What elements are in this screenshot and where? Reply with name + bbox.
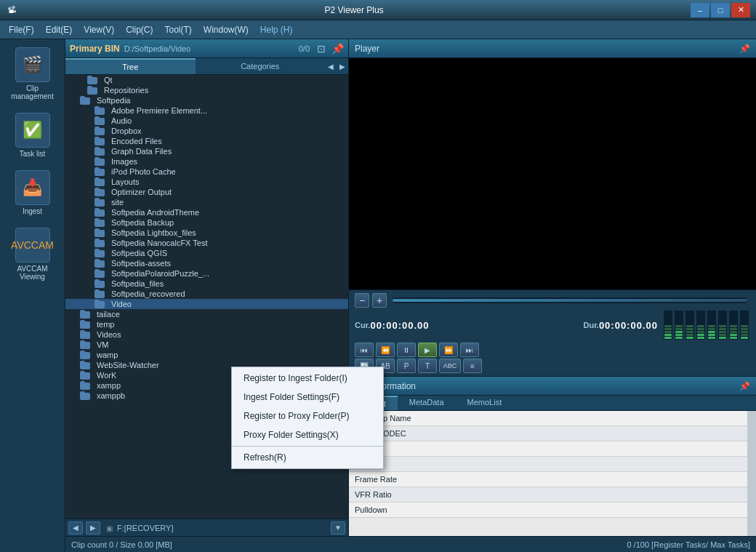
tree-item[interactable]: Video — [65, 299, 348, 309]
tree-item-label: Softpedia Backup — [111, 218, 174, 227]
close-button[interactable]: ✕ — [731, 3, 750, 17]
tree-footer: ◀ ▶ ▣ F:[RECOVERY] ▼ — [65, 519, 348, 536]
tree-tab-next[interactable]: ▶ — [337, 58, 348, 74]
tree-item-label: VM — [97, 340, 109, 349]
btn-abc[interactable]: ABC — [439, 359, 461, 373]
btn-next[interactable]: ⏭ — [460, 343, 479, 357]
tree-item[interactable]: wamp — [65, 350, 348, 360]
tree-item[interactable]: Layouts — [65, 177, 348, 187]
folder-icon — [87, 86, 99, 95]
app-title: P2 Viewer Plus — [17, 5, 691, 15]
tree-item[interactable]: Graph Data Files — [65, 146, 348, 156]
volume-minus-btn[interactable]: − — [355, 293, 369, 308]
tab-metadata[interactable]: MetaData — [398, 396, 456, 410]
folder-icon — [94, 228, 106, 237]
clip-info-header: Clip Information 📌 — [349, 377, 756, 396]
menu-clip[interactable]: Clip(C) — [120, 23, 158, 37]
ctx-register-ingest[interactable]: Register to Ingest Folder(I) — [232, 369, 383, 388]
ctrl-row-2: 🔄 AB P T ABC ≡ — [355, 359, 750, 373]
folder-icon — [80, 320, 92, 329]
tree-fwd-btn[interactable]: ▶ — [86, 521, 100, 535]
ctx-register-proxy[interactable]: Register to Proxy Folder(P) — [232, 407, 383, 425]
sidebar-label-task-list: Task list — [20, 150, 46, 158]
tree-item[interactable]: Qt — [65, 75, 348, 85]
tree-header-btn2[interactable]: 📌 — [331, 43, 344, 55]
btn-prev[interactable]: ⏮ — [355, 343, 374, 357]
ctx-proxy-settings[interactable]: Proxy Folder Settings(X) — [232, 425, 383, 444]
seek-thumb — [393, 299, 747, 302]
tab-tree[interactable]: Tree — [65, 58, 196, 74]
tree-tab-prev[interactable]: ◀ — [325, 58, 337, 74]
tree-item[interactable]: Softpedia Lightbox_files — [65, 228, 348, 238]
tree-item[interactable]: iPod Photo Cache — [65, 167, 348, 177]
btn-extra[interactable]: ≡ — [463, 359, 482, 373]
tree-item[interactable]: VM — [65, 340, 348, 350]
menu-edit[interactable]: Edit(E) — [40, 23, 79, 37]
clip-content: User Clip NameVideo CODECStart TCEnd TCF… — [349, 411, 747, 536]
menu-tool[interactable]: Tool(T) — [159, 23, 198, 37]
titlebar: 📽 P2 Viewer Plus – □ ✕ — [0, 0, 756, 20]
tree-item[interactable]: Audio — [65, 116, 348, 126]
seek-bar[interactable] — [393, 297, 747, 303]
tree-item[interactable]: Softpedia — [65, 95, 348, 105]
tree-item[interactable]: Images — [65, 156, 348, 167]
tree-item[interactable]: Softpedia QGIS — [65, 248, 348, 258]
btn-mark[interactable]: P — [397, 359, 416, 373]
maximize-button[interactable]: □ — [711, 3, 730, 17]
tree-item[interactable]: Videos — [65, 329, 348, 340]
tree-item[interactable]: Softpedia_files — [65, 279, 348, 289]
tree-item[interactable]: Softpedia-assets — [65, 258, 348, 268]
sidebar-item-avccam[interactable]: AVCCAM AVCCAM Viewing — [4, 223, 62, 285]
folder-icon — [94, 300, 106, 308]
tree-item-label: Softpedia_files — [111, 279, 164, 288]
tree-item-label: Softpedia — [97, 96, 130, 105]
tree-item[interactable]: Optimizer Output — [65, 187, 348, 197]
tree-back-btn[interactable]: ◀ — [68, 521, 83, 535]
folder-icon — [94, 106, 106, 115]
folder-icon — [80, 371, 92, 380]
tree-item[interactable]: Adobe Premiere Element... — [65, 105, 348, 116]
folder-icon — [94, 279, 106, 288]
btn-pause[interactable]: ⏸ — [397, 343, 416, 357]
sidebar-item-task-list[interactable]: ✅ Task list — [4, 108, 62, 162]
tree-item[interactable]: temp — [65, 319, 348, 329]
ctx-ingest-settings[interactable]: Ingest Folder Settings(F) — [232, 388, 383, 407]
clip-info-pin[interactable]: 📌 — [739, 381, 750, 391]
tree-item[interactable]: SoftpediaPolaroidPuzzle_... — [65, 268, 348, 279]
tree-item[interactable]: Softpedia AndroidTheme — [65, 207, 348, 217]
folder-icon — [80, 310, 92, 319]
tree-item[interactable]: site — [65, 197, 348, 207]
btn-ff[interactable]: ⏩ — [439, 343, 458, 357]
menu-view[interactable]: View(V) — [78, 23, 120, 37]
clip-info-panel: Clip Information 📌 Format MetaData MemoL… — [349, 376, 756, 536]
tree-item[interactable]: Encoded Files — [65, 136, 348, 146]
tree-item[interactable]: Softpedia NanocalcFX Test — [65, 238, 348, 248]
tree-item[interactable]: Dropbox — [65, 126, 348, 136]
btn-play[interactable]: ▶ — [418, 343, 437, 357]
clip-scrollbar[interactable] — [747, 411, 756, 536]
menu-file[interactable]: File(F) — [3, 23, 40, 37]
folder-icon — [80, 351, 92, 359]
tree-item-label: Encoded Files — [111, 137, 162, 145]
tree-header-btn1[interactable]: ⊡ — [317, 43, 326, 55]
tree-header: Primary BIN D:/Softpedia/Video 0/0 ⊡ 📌 — [65, 39, 348, 58]
tree-item[interactable]: Repositories — [65, 85, 348, 95]
minimize-button[interactable]: – — [691, 3, 709, 17]
tree-item[interactable]: tailace — [65, 309, 348, 319]
player-pin-icon[interactable]: 📌 — [739, 44, 750, 54]
sidebar-item-clip-management[interactable]: 🎬 Clip management — [4, 43, 62, 105]
tab-categories[interactable]: Categories — [196, 58, 326, 74]
btn-text[interactable]: T — [418, 359, 437, 373]
btn-rew[interactable]: ⏪ — [376, 343, 395, 357]
tree-scroll-btn[interactable]: ▼ — [331, 521, 345, 535]
clip-info-row: Video CODEC — [349, 426, 747, 441]
tree-item[interactable]: Softpedia Backup — [65, 217, 348, 228]
tree-item[interactable]: Softpedia_recovered — [65, 289, 348, 299]
tab-memolist[interactable]: MemoList — [456, 396, 514, 410]
sidebar-item-ingest[interactable]: 📥 Ingest — [4, 166, 62, 220]
status-left: Clip count 0 / Size 0.00 [MB] — [71, 540, 172, 549]
volume-plus-btn[interactable]: + — [372, 293, 387, 308]
menu-window[interactable]: Window(W) — [198, 23, 254, 37]
ctx-refresh[interactable]: Refresh(R) — [232, 448, 383, 467]
menu-help[interactable]: Help (H) — [254, 23, 299, 37]
